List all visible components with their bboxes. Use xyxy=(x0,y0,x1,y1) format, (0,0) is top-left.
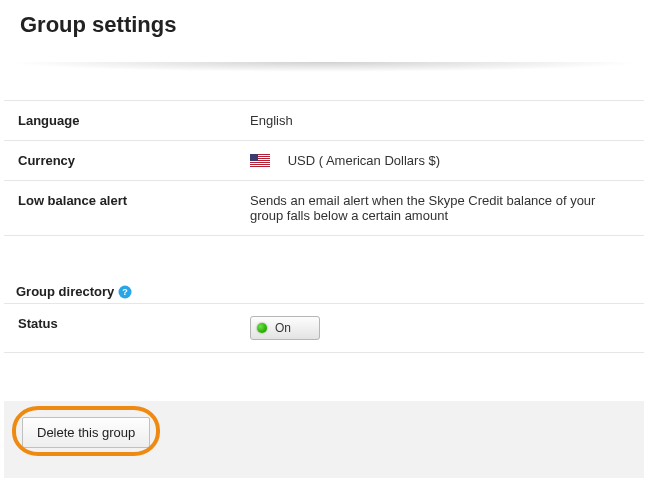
status-indicator-icon xyxy=(257,323,267,333)
language-value: English xyxy=(236,101,644,141)
delete-group-button[interactable]: Delete this group xyxy=(22,417,150,448)
svg-rect-7 xyxy=(250,154,258,161)
group-directory-label: Group directory xyxy=(16,284,114,299)
table-row: Status On xyxy=(4,304,644,353)
currency-label: Currency xyxy=(4,141,236,181)
section-divider xyxy=(6,62,644,72)
status-label: Status xyxy=(4,304,236,353)
svg-rect-4 xyxy=(250,161,270,162)
table-row: Currency xyxy=(4,141,644,181)
us-flag-icon xyxy=(250,154,270,167)
status-toggle-label: On xyxy=(275,321,291,335)
svg-text:?: ? xyxy=(123,287,129,297)
status-value: On xyxy=(236,304,644,353)
settings-table: Language English Currency xyxy=(4,100,644,236)
status-table: Status On xyxy=(4,303,644,353)
currency-value: USD ( American Dollars $) xyxy=(236,141,644,181)
help-icon[interactable]: ? xyxy=(118,285,132,299)
delete-group-panel: Delete this group xyxy=(4,401,644,478)
table-row: Language English xyxy=(4,101,644,141)
table-row: Low balance alert Sends an email alert w… xyxy=(4,181,644,236)
low-balance-label: Low balance alert xyxy=(4,181,236,236)
currency-text: USD ( American Dollars $) xyxy=(288,153,440,168)
status-toggle[interactable]: On xyxy=(250,316,320,340)
svg-rect-5 xyxy=(250,163,270,164)
language-label: Language xyxy=(4,101,236,141)
svg-rect-6 xyxy=(250,165,270,166)
low-balance-value: Sends an email alert when the Skype Cred… xyxy=(236,181,644,236)
group-directory-heading: Group directory ? xyxy=(16,284,650,299)
page-title: Group settings xyxy=(0,0,650,62)
